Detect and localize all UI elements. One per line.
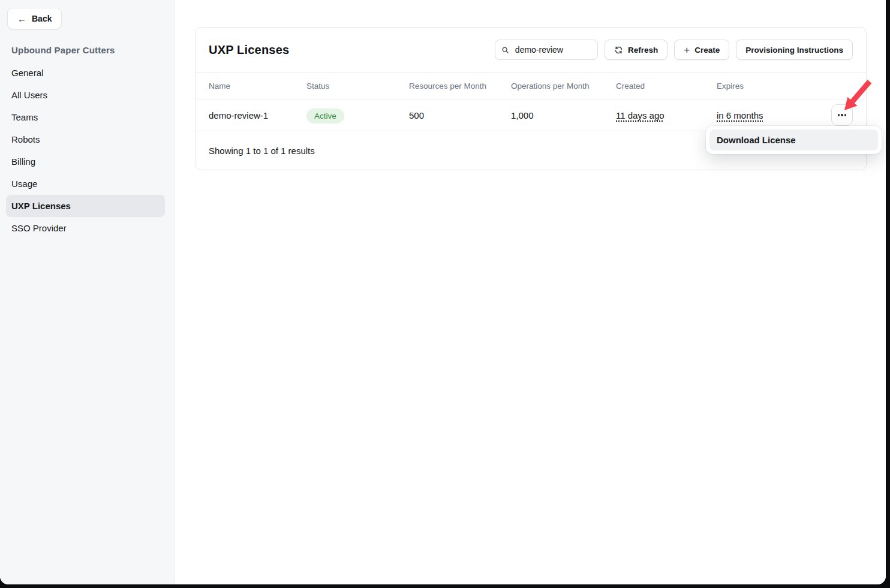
search-box[interactable] xyxy=(495,40,598,60)
column-header-resources: Resources per Month xyxy=(409,82,511,91)
settings-sidebar: ← Back Upbound Paper Cutters General All… xyxy=(0,0,175,584)
status-badge: Active xyxy=(306,108,344,123)
refresh-icon xyxy=(614,46,623,55)
provisioning-instructions-label: Provisioning Instructions xyxy=(745,46,843,55)
ellipsis-icon xyxy=(838,114,840,116)
sidebar-item-usage[interactable]: Usage xyxy=(0,173,175,195)
provisioning-instructions-button[interactable]: Provisioning Instructions xyxy=(736,40,853,60)
page-title: UXP Licenses xyxy=(209,43,289,57)
sidebar-item-billing[interactable]: Billing xyxy=(0,150,175,173)
sidebar-item-sso-provider[interactable]: SSO Provider xyxy=(0,217,175,239)
plus-icon: + xyxy=(684,45,690,55)
sidebar-item-general[interactable]: General xyxy=(0,62,175,84)
resources-value: 500 xyxy=(409,110,511,120)
sidebar-item-all-users[interactable]: All Users xyxy=(0,84,175,106)
license-name: demo-review-1 xyxy=(209,110,306,120)
main-content: UXP Licenses Refresh xyxy=(175,0,886,584)
column-header-expires: Expires xyxy=(717,82,831,91)
refresh-button[interactable]: Refresh xyxy=(605,40,668,60)
row-actions-menu: Download License xyxy=(706,126,882,154)
toolbar: Refresh + Create Provisioning Instructio… xyxy=(495,40,853,60)
column-header-operations: Operations per Month xyxy=(511,82,616,91)
row-actions-button[interactable] xyxy=(831,104,853,126)
menu-item-download-license[interactable]: Download License xyxy=(709,129,878,150)
search-input[interactable] xyxy=(514,44,591,55)
column-header-status: Status xyxy=(306,82,409,91)
table-header: Name Status Resources per Month Operatio… xyxy=(196,73,866,99)
column-header-name: Name xyxy=(209,82,306,91)
org-title: Upbound Paper Cutters xyxy=(11,45,115,55)
sidebar-nav: General All Users Teams Robots Billing U… xyxy=(0,62,175,239)
created-value: 11 days ago xyxy=(616,110,665,120)
app-window: ← Back Upbound Paper Cutters General All… xyxy=(0,0,886,584)
search-icon xyxy=(501,46,509,55)
sidebar-item-uxp-licenses[interactable]: UXP Licenses xyxy=(6,195,165,217)
refresh-button-label: Refresh xyxy=(628,46,658,55)
back-button[interactable]: ← Back xyxy=(7,8,62,29)
expires-value: in 6 months xyxy=(717,110,763,120)
card-header: UXP Licenses Refresh xyxy=(196,28,866,73)
back-arrow-icon: ← xyxy=(17,14,26,23)
create-button[interactable]: + Create xyxy=(674,40,729,60)
create-button-label: Create xyxy=(694,46,720,55)
sidebar-item-teams[interactable]: Teams xyxy=(0,106,175,128)
sidebar-item-robots[interactable]: Robots xyxy=(0,128,175,150)
operations-value: 1,000 xyxy=(511,110,616,120)
back-button-label: Back xyxy=(32,14,52,23)
column-header-created: Created xyxy=(616,82,717,91)
